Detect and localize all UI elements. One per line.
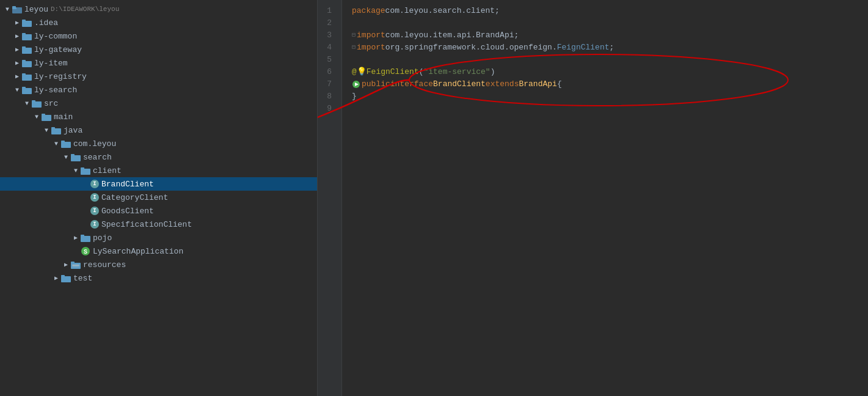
- tree-item-ly-search[interactable]: ly-search: [0, 83, 317, 97]
- tree-item-ly-item[interactable]: ly-item: [0, 56, 317, 70]
- tree-item-test[interactable]: test: [0, 271, 317, 285]
- tree-item-specification-client[interactable]: I SpecificationClient: [0, 218, 317, 231]
- code-line-5: [352, 54, 858, 66]
- folder-icon: [22, 86, 32, 94]
- code-line-2: [352, 17, 858, 29]
- folder-icon: [42, 113, 51, 121]
- svg-rect-4: [22, 20, 26, 21]
- interface-badge: I: [90, 207, 99, 215]
- tree-item-ly-registry[interactable]: ly-registry: [0, 70, 317, 83]
- item-label: LySearchApplication: [93, 247, 183, 256]
- tree-item-search[interactable]: search: [0, 150, 317, 164]
- svg-rect-16: [32, 100, 35, 102]
- svg-rect-2: [12, 6, 16, 8]
- line-number: 6: [318, 66, 337, 78]
- svg-rect-3: [22, 21, 32, 27]
- arrow-icon: [22, 100, 32, 107]
- arrow-icon: [51, 141, 61, 147]
- keyword: import: [357, 42, 385, 54]
- folder-icon: [81, 234, 90, 242]
- svg-rect-9: [22, 61, 32, 67]
- folder-icon: [22, 32, 32, 40]
- tree-item-category-client[interactable]: I CategoryClient: [0, 191, 317, 204]
- arrow-icon: [32, 114, 42, 120]
- keyword: extends: [486, 78, 519, 90]
- interface-badge: I: [90, 220, 99, 229]
- code-content[interactable]: package com.leyou.search.client ; ⊟ impo…: [342, 0, 868, 396]
- code-text: ;: [514, 29, 519, 42]
- folder-icon: [22, 19, 32, 27]
- root-path: D:\IDEAWORK\leyou: [51, 6, 119, 13]
- line-number: 1: [318, 5, 337, 17]
- svg-rect-13: [22, 88, 32, 94]
- folder-icon: [32, 100, 42, 108]
- item-label: src: [44, 99, 58, 108]
- tree-item-ly-gateway[interactable]: ly-gateway: [0, 43, 317, 56]
- folder-icon: [51, 127, 61, 134]
- svg-rect-19: [51, 128, 61, 134]
- line-number: 2: [318, 17, 337, 29]
- line-number: 4: [318, 42, 337, 54]
- svg-rect-14: [22, 87, 26, 89]
- item-label: search: [83, 153, 112, 162]
- svg-rect-21: [61, 142, 71, 148]
- item-label: BrandClient: [101, 180, 154, 189]
- tree-item-main[interactable]: main: [0, 110, 317, 123]
- keyword: public: [362, 78, 390, 90]
- tree-item-com-leyou[interactable]: com.leyou: [0, 137, 317, 150]
- svg-rect-27: [81, 236, 90, 242]
- folder-icon: [71, 153, 81, 161]
- code-text: ;: [610, 42, 615, 54]
- code-text: com.leyou.item.api.BrandApi: [385, 29, 514, 42]
- svg-rect-32: [71, 262, 75, 263]
- code-text: FeignClient: [557, 42, 610, 54]
- code-text: }: [352, 90, 357, 103]
- interface-badge: I: [90, 193, 99, 202]
- svg-rect-20: [51, 127, 55, 129]
- tree-item-ly-common[interactable]: ly-common: [0, 29, 317, 43]
- svg-text:S: S: [84, 249, 87, 255]
- item-label: java: [64, 126, 82, 135]
- keyword: interface: [390, 78, 433, 90]
- tree-item-resources[interactable]: resources: [0, 258, 317, 271]
- tree-item-goods-client[interactable]: I GoodsClient: [0, 204, 317, 218]
- tree-item-src[interactable]: src: [0, 97, 317, 110]
- folder-icon: [81, 167, 90, 175]
- line-number: 5: [318, 54, 337, 66]
- svg-rect-23: [71, 155, 81, 161]
- item-label: CategoryClient: [101, 193, 168, 202]
- arrow-icon: [71, 167, 81, 174]
- gutter-run-icon: [352, 80, 360, 89]
- arrow-icon: [12, 73, 22, 80]
- line-number: 3: [318, 29, 337, 42]
- annotation: @: [352, 66, 357, 78]
- arrow-icon: [12, 32, 22, 40]
- tree-item-java[interactable]: java: [0, 123, 317, 137]
- tree-item-idea[interactable]: .idea: [0, 16, 317, 29]
- arrow-icon: [12, 46, 22, 53]
- code-line-7: public interface BrandClient extends Bra…: [352, 78, 858, 90]
- tree-root-leyou[interactable]: leyou D:\IDEAWORK\leyou: [0, 2, 317, 16]
- item-label: ly-item: [34, 59, 68, 68]
- tree-item-pojo[interactable]: pojo: [0, 231, 317, 244]
- annotation-icon: 💡: [357, 66, 367, 78]
- code-line-8: }: [352, 90, 858, 103]
- code-editor: 1 2 3 4 5 6 7 8 9 package com.leyou.sear…: [318, 0, 868, 396]
- arrow-icon: [12, 19, 22, 26]
- arrow-icon: [12, 59, 22, 67]
- svg-rect-22: [61, 141, 65, 142]
- item-label: ly-common: [34, 32, 77, 41]
- tree-item-client[interactable]: client: [0, 164, 317, 177]
- svg-rect-10: [22, 60, 26, 62]
- class-name: BrandClient: [433, 78, 486, 90]
- svg-rect-17: [42, 115, 51, 121]
- folder-icon: [22, 59, 32, 67]
- tree-item-brand-client[interactable]: I BrandClient: [0, 177, 317, 191]
- svg-rect-34: [72, 266, 79, 267]
- code-line-6: @ 💡 FeignClient ( "item-service" ): [352, 66, 858, 78]
- item-label: .idea: [34, 18, 58, 28]
- item-label: ly-gateway: [34, 45, 82, 54]
- code-line-4: ⊟ import org.springframework.cloud.openf…: [352, 42, 858, 54]
- item-label: pojo: [93, 233, 112, 243]
- tree-item-ly-search-application[interactable]: S LySearchApplication: [0, 244, 317, 258]
